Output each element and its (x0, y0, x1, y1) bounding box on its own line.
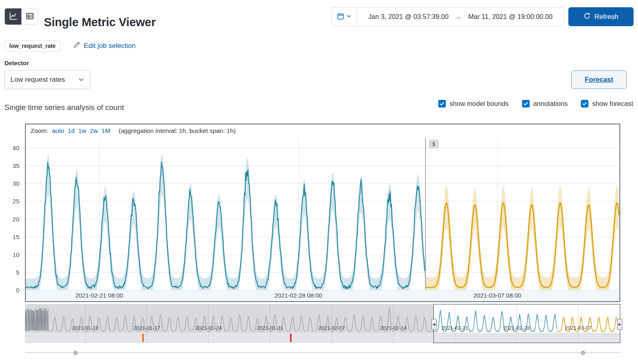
y-axis-label: 20 (12, 215, 19, 222)
navigator-selection-brush[interactable]: ◀ ▶ (433, 304, 620, 343)
chevron-down-icon (78, 77, 84, 83)
zoom-option-2w[interactable]: 2w (90, 127, 98, 134)
date-range: Jan 3, 2021 @ 03:57:39.00 → Mar 11, 2021… (357, 8, 564, 26)
checkbox-label: annotations (533, 100, 568, 108)
range-slider-right-handle[interactable] (581, 351, 585, 355)
chart-option-checkboxes: show model bounds annotations show forec… (438, 100, 633, 108)
line-chart-icon (9, 12, 17, 21)
detector-select[interactable]: Low request rates (4, 70, 90, 89)
y-axis-label: 0 (16, 287, 19, 294)
table-icon (26, 12, 34, 21)
job-id-badge: low_request_rate (4, 40, 60, 52)
y-axis-label: 40 (12, 145, 19, 151)
chevron-down-icon (346, 14, 351, 20)
calendar-icon (337, 13, 344, 21)
detector-label: Detector (4, 60, 29, 66)
table-view-button[interactable] (21, 8, 38, 25)
pencil-icon (73, 41, 80, 50)
time-range-picker: Jan 3, 2021 @ 03:57:39.00 → Mar 11, 2021… (331, 7, 564, 26)
annotation-marker-badge[interactable]: 1 (429, 140, 439, 148)
brush-right-handle[interactable]: ▶ (617, 319, 622, 330)
zoom-bar: Zoom: auto 1d 1w 2w 1M (aggregation inte… (31, 127, 236, 134)
brush-left-handle[interactable]: ◀ (431, 319, 437, 330)
checkbox-checked-icon (522, 100, 530, 108)
checkbox-checked-icon (581, 100, 588, 108)
refresh-icon (584, 12, 590, 21)
main-timeseries-chart[interactable] (26, 138, 619, 301)
edit-job-selection-link[interactable]: Edit job selection (73, 40, 136, 52)
zoom-label: Zoom: (31, 127, 48, 134)
detector-selected-value: Low request rates (10, 76, 65, 84)
page-title: Single Metric Viewer (44, 16, 156, 29)
y-axis-label: 30 (12, 180, 19, 187)
aggregation-info: (aggregation interval: 1h, bucket span: … (119, 127, 236, 134)
single-metric-viewer-page: Single Metric Viewer Jan 3, 2021 @ 03:57… (0, 0, 638, 364)
zoom-option-1M[interactable]: 1M (102, 127, 110, 134)
y-axis-label: 15 (12, 233, 19, 240)
y-axis-label: 25 (12, 198, 19, 205)
show-model-bounds-checkbox[interactable]: show model bounds (438, 100, 509, 108)
checkbox-checked-icon (438, 100, 446, 108)
checkbox-label: show model bounds (450, 100, 509, 108)
chart-view-button[interactable] (5, 8, 21, 25)
range-slider-track[interactable] (25, 352, 620, 353)
arrow-right-icon: → (455, 13, 462, 21)
refresh-button-label: Refresh (594, 13, 619, 21)
y-axis-labels: 0510152025303540 (0, 0, 20, 364)
end-date-button[interactable]: Mar 11, 2021 @ 19:00:00.00 (468, 13, 553, 21)
time-range-slider (25, 351, 620, 355)
analysis-heading: Single time series analysis of count (4, 103, 124, 112)
show-forecast-checkbox[interactable]: show forecast (581, 100, 633, 108)
start-date-button[interactable]: Jan 3, 2021 @ 03:57:39.00 (368, 13, 448, 21)
view-toggle-group (4, 8, 38, 25)
y-axis-label: 10 (12, 251, 19, 258)
refresh-button[interactable]: Refresh (568, 7, 634, 26)
zoom-option-auto[interactable]: auto (52, 127, 64, 134)
checkbox-label: show forecast (592, 100, 633, 108)
y-axis-label: 5 (16, 269, 19, 275)
zoom-option-1w[interactable]: 1w (78, 127, 86, 134)
range-slider-left-handle[interactable] (73, 351, 78, 355)
forecast-button[interactable]: Forecast (571, 70, 627, 89)
annotations-checkbox[interactable]: annotations (522, 100, 568, 108)
edit-job-selection-label: Edit job selection (84, 42, 136, 50)
y-axis-label: 35 (12, 162, 19, 169)
main-chart-panel: Zoom: auto 1d 1w 2w 1M (aggregation inte… (25, 124, 620, 302)
quick-select-button[interactable] (332, 8, 357, 26)
zoom-option-1d[interactable]: 1d (68, 127, 75, 134)
